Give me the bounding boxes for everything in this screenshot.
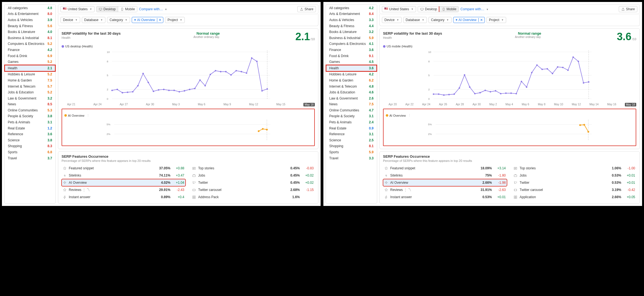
category-row[interactable]: Real Estate1.2 xyxy=(4,125,55,131)
category-row[interactable]: Internet & Telecom5.7 xyxy=(4,83,55,90)
compare-link[interactable]: Compare with… ▼ xyxy=(139,7,167,11)
project-filter[interactable]: Project▼ xyxy=(165,17,185,23)
category-row[interactable]: Beauty & Fitness5.6 xyxy=(4,23,55,29)
feature-row[interactable]: Twitter0.53%+0.01 xyxy=(513,179,637,186)
category-row[interactable]: News8.5 xyxy=(4,101,55,108)
category-row[interactable]: Science2.5 xyxy=(326,137,377,143)
category-row[interactable]: Business & Industrial8.1 xyxy=(4,35,55,41)
category-row[interactable]: News7.5 xyxy=(326,101,377,108)
category-row[interactable]: Arts & Entertainment8.0 xyxy=(4,11,55,17)
feature-row[interactable]: Featured snippet18.09%+3.14 xyxy=(383,165,507,172)
country-selector[interactable]: United States▼ xyxy=(60,6,95,12)
category-row[interactable]: Home & Garden7.5 xyxy=(4,77,55,83)
category-row[interactable]: Jobs & Education5.2 xyxy=(4,89,55,95)
category-row[interactable]: People & Society3.1 xyxy=(326,113,377,119)
category-row[interactable]: Food & Drink9.1 xyxy=(326,53,377,59)
feature-row[interactable]: Instant answer0.89%+0.4 xyxy=(62,193,186,201)
svg-text:10: 10 xyxy=(428,50,431,53)
category-row[interactable]: Science3.8 xyxy=(4,137,55,143)
more-icon[interactable]: ⋮ xyxy=(87,114,90,117)
feature-row[interactable]: Reviews ⋮ 〽31.91%-2.63 xyxy=(383,186,507,193)
category-filter[interactable]: Category▼ xyxy=(429,17,452,23)
category-row[interactable]: Jobs & Education4.6 xyxy=(326,89,377,95)
category-row[interactable]: Shopping8.1 xyxy=(326,143,377,149)
category-row[interactable]: Home & Garden6.2 xyxy=(326,77,377,83)
svg-point-99 xyxy=(541,68,543,70)
feature-row[interactable]: Sitelinks75%-1.80 xyxy=(383,172,507,179)
category-row[interactable]: People & Society3.8 xyxy=(4,113,55,119)
category-row[interactable]: Games4.5 xyxy=(326,59,377,65)
desktop-toggle[interactable]: Desktop xyxy=(418,6,440,12)
category-row[interactable]: Travel3.3 xyxy=(326,155,377,161)
device-filter[interactable]: Device▼ xyxy=(382,17,402,23)
category-row[interactable]: Reference3.1 xyxy=(326,131,377,137)
category-row[interactable]: Internet & Telecom4.8 xyxy=(326,83,377,90)
category-row[interactable]: Arts & Entertainment8.4 xyxy=(326,11,377,17)
feature-row[interactable]: Jobs0.53%+0.01 xyxy=(513,172,637,179)
category-filter[interactable]: Category▼ xyxy=(107,17,130,23)
feature-row[interactable]: Application2.66%+0.05 xyxy=(513,193,637,201)
feature-row[interactable]: Featured snippet37.05%+0.88 xyxy=(62,165,186,172)
feature-row[interactable]: Jobs0.45%+0.02 xyxy=(191,172,315,179)
category-row[interactable]: Finance4.2 xyxy=(4,47,55,53)
feature-row[interactable]: Twitter carousel2.68%-1.15 xyxy=(191,186,315,193)
category-row[interactable]: Reference3.6 xyxy=(4,131,55,137)
feature-row[interactable]: Instant answer0.53%+0.01 xyxy=(383,193,507,201)
category-row[interactable]: Health2.1 xyxy=(4,65,55,72)
category-row[interactable]: Pets & Animals3.1 xyxy=(4,119,55,125)
mobile-toggle[interactable]: Mobile xyxy=(440,6,458,12)
category-row[interactable]: Books & Literature4.0 xyxy=(4,29,55,35)
feature-row[interactable]: AI Overview2.66%-1.98 xyxy=(383,179,507,186)
category-row[interactable]: Law & Government3.2 xyxy=(4,95,55,101)
category-row[interactable]: Online Communities4.7 xyxy=(326,107,377,113)
close-icon[interactable]: ✕ xyxy=(478,18,483,22)
category-row[interactable]: Games5.2 xyxy=(4,59,55,65)
category-row[interactable]: Sports6.8 xyxy=(4,149,55,155)
category-row[interactable]: Shopping8.3 xyxy=(4,143,55,149)
feature-row[interactable]: Top stories0.45%-0.83 xyxy=(191,165,315,172)
feature-row[interactable]: Reviews ⋮ 〽29.91%-2.43 xyxy=(62,186,186,193)
category-row[interactable]: Online Communities5.3 xyxy=(4,107,55,113)
category-row[interactable]: Hobbies & Leisure5.2 xyxy=(4,72,55,78)
category-row[interactable]: Books & Literature3.2 xyxy=(326,29,377,35)
feature-row[interactable]: Twitter carousel3.19%-0.42 xyxy=(513,186,637,193)
category-row[interactable]: Business & Industrial5.9 xyxy=(326,35,377,41)
device-filter[interactable]: Device▼ xyxy=(60,17,80,23)
category-row[interactable]: Beauty & Fitness4.4 xyxy=(326,23,377,29)
desktop-toggle[interactable]: Desktop xyxy=(97,6,118,12)
category-row[interactable]: Hobbies & Leisure4.2 xyxy=(326,72,377,78)
category-row[interactable]: Pets & Animals2.4 xyxy=(326,119,377,125)
category-row[interactable]: Finance3.6 xyxy=(326,47,377,53)
feature-row[interactable]: Twitter0.45%+0.02 xyxy=(191,179,315,186)
category-row[interactable]: Sports5.9 xyxy=(326,149,377,155)
more-icon[interactable]: ⋮ xyxy=(408,114,411,117)
svg-rect-60 xyxy=(193,197,194,198)
share-button[interactable]: Share xyxy=(297,6,316,12)
share-button[interactable]: Share xyxy=(619,6,637,12)
feature-row[interactable]: AI Overview4.02%+1.04 xyxy=(62,179,186,186)
category-row[interactable]: Computers & Electronics4.1 xyxy=(326,41,377,47)
feature-row[interactable]: Address Pack1.6% xyxy=(191,193,315,201)
feature-row[interactable]: Sitelinks74.11%+3.47 xyxy=(62,172,186,179)
database-filter[interactable]: Database▼ xyxy=(403,17,427,23)
category-row[interactable]: Autos & Vehicles3.9 xyxy=(4,17,55,23)
category-row[interactable]: Autos & Vehicles3.3 xyxy=(326,17,377,23)
mobile-toggle[interactable]: Mobile xyxy=(118,6,137,12)
category-row[interactable]: All categories4.2 xyxy=(326,5,377,11)
close-icon[interactable]: ✕ xyxy=(157,18,161,22)
category-row[interactable]: Travel3.7 xyxy=(4,155,55,161)
compare-link[interactable]: Compare with… ▼ xyxy=(460,7,488,11)
category-row[interactable]: All categories4.8 xyxy=(4,5,55,11)
category-row[interactable]: Real Estate0.9 xyxy=(326,125,377,131)
svg-point-78 xyxy=(433,93,434,95)
ai-overview-tag[interactable]: ✦ AI Overview✕ xyxy=(453,17,485,23)
feature-row[interactable]: Top stories1.06%-1.00 xyxy=(513,165,637,172)
project-filter[interactable]: Project▼ xyxy=(486,17,506,23)
category-row[interactable]: Computers & Electronics5.2 xyxy=(4,41,55,47)
database-filter[interactable]: Database▼ xyxy=(82,17,105,23)
ai-overview-tag[interactable]: ✦ AI Overview✕ xyxy=(132,17,163,23)
category-row[interactable]: Law & Government2.6 xyxy=(326,95,377,101)
category-row[interactable]: Food & Drink6.9 xyxy=(4,53,55,59)
country-selector[interactable]: United States▼ xyxy=(382,6,416,12)
category-row[interactable]: Health3.6 xyxy=(326,65,377,72)
